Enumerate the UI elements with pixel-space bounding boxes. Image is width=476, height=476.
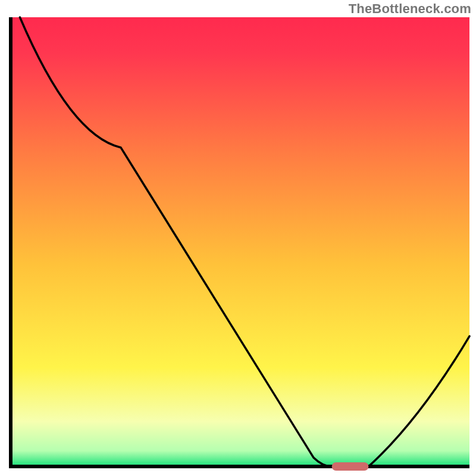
chart-frame: TheBottleneck.com	[0, 0, 476, 476]
bottleneck-chart	[0, 0, 476, 476]
plot-background	[11, 17, 469, 466]
watermark-text: TheBottleneck.com	[349, 1, 471, 17]
optimal-marker	[332, 462, 369, 471]
